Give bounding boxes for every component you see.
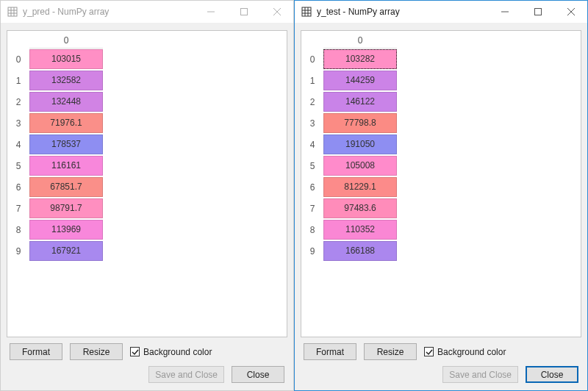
row-header[interactable]: 1 bbox=[7, 70, 29, 91]
svg-rect-15 bbox=[534, 9, 541, 15]
toolbar: Format Resize Background color bbox=[301, 337, 581, 362]
background-color-label: Background color bbox=[437, 347, 506, 357]
array-cell[interactable]: 71976.1 bbox=[29, 113, 103, 133]
array-cell[interactable]: 167921 bbox=[29, 241, 103, 261]
window-title: y_test - NumPy array bbox=[317, 7, 400, 17]
window-y-test: y_test - NumPy array 0010328211442592146… bbox=[294, 0, 588, 391]
checkmark-icon bbox=[130, 347, 140, 356]
dialog-buttons: Save and Close Close bbox=[301, 362, 581, 384]
table-row: 0103015 bbox=[7, 49, 103, 70]
close-window-button[interactable] bbox=[260, 1, 293, 23]
array-cell[interactable]: 103282 bbox=[323, 49, 397, 69]
table-row: 0103282 bbox=[301, 49, 397, 70]
table-row: 371976.1 bbox=[7, 112, 103, 134]
close-button[interactable]: Close bbox=[526, 366, 578, 383]
table-row: 797483.6 bbox=[301, 198, 397, 219]
row-header[interactable]: 0 bbox=[7, 49, 29, 70]
array-cell[interactable]: 98791.7 bbox=[29, 198, 103, 218]
row-header[interactable]: 5 bbox=[7, 155, 29, 176]
toolbar: Format Resize Background color bbox=[7, 337, 287, 362]
maximize-button[interactable] bbox=[227, 1, 260, 23]
row-header[interactable]: 7 bbox=[7, 198, 29, 219]
table-row: 377798.8 bbox=[301, 112, 397, 134]
row-header[interactable]: 3 bbox=[301, 112, 323, 134]
array-cell[interactable]: 146122 bbox=[323, 92, 397, 112]
row-header[interactable]: 3 bbox=[7, 112, 29, 134]
column-header[interactable]: 0 bbox=[29, 32, 103, 49]
window-title: y_pred - NumPy array bbox=[23, 7, 109, 17]
row-header[interactable]: 0 bbox=[301, 49, 323, 70]
close-button[interactable]: Close bbox=[232, 366, 284, 383]
row-header[interactable]: 4 bbox=[7, 134, 29, 155]
close-window-button[interactable] bbox=[554, 1, 587, 23]
row-header[interactable]: 2 bbox=[7, 91, 29, 112]
array-cell[interactable]: 116161 bbox=[29, 156, 103, 176]
titlebar[interactable]: y_test - NumPy array bbox=[295, 1, 587, 23]
array-cell[interactable]: 132582 bbox=[29, 71, 103, 90]
table-row: 4191050 bbox=[301, 134, 397, 155]
background-color-checkbox[interactable]: Background color bbox=[424, 347, 506, 357]
row-header[interactable]: 5 bbox=[301, 155, 323, 176]
row-header[interactable]: 6 bbox=[7, 176, 29, 198]
array-cell[interactable]: 105008 bbox=[323, 156, 397, 176]
dialog-buttons: Save and Close Close bbox=[7, 362, 287, 384]
table-row: 1132582 bbox=[7, 70, 103, 91]
array-cell[interactable]: 103015 bbox=[29, 49, 103, 69]
array-cell[interactable]: 97483.6 bbox=[323, 198, 397, 218]
table-row: 681229.1 bbox=[301, 176, 397, 198]
format-button[interactable]: Format bbox=[10, 343, 62, 360]
row-header[interactable]: 2 bbox=[301, 91, 323, 112]
array-cell[interactable]: 77798.8 bbox=[323, 113, 397, 133]
grid-icon bbox=[301, 6, 312, 18]
array-cell[interactable]: 113969 bbox=[29, 220, 103, 240]
array-cell[interactable]: 81229.1 bbox=[323, 177, 397, 197]
row-header[interactable]: 1 bbox=[301, 70, 323, 91]
array-cell[interactable]: 67851.7 bbox=[29, 177, 103, 197]
array-grid[interactable]: 0010328211442592146122377798.84191050510… bbox=[301, 30, 581, 337]
row-header[interactable]: 4 bbox=[301, 134, 323, 155]
row-header[interactable]: 9 bbox=[7, 240, 29, 262]
row-header[interactable]: 8 bbox=[301, 219, 323, 240]
minimize-button[interactable] bbox=[488, 1, 521, 23]
array-cell[interactable]: 166188 bbox=[323, 241, 397, 261]
background-color-checkbox[interactable]: Background color bbox=[130, 347, 212, 357]
table-row: 9167921 bbox=[7, 240, 103, 262]
table-row: 8110352 bbox=[301, 219, 397, 240]
svg-rect-6 bbox=[240, 9, 247, 15]
resize-button[interactable]: Resize bbox=[70, 343, 123, 360]
svg-rect-9 bbox=[302, 7, 311, 16]
array-cell[interactable]: 110352 bbox=[323, 220, 397, 240]
format-button[interactable]: Format bbox=[304, 343, 356, 360]
table-row: 4178537 bbox=[7, 134, 103, 155]
resize-button[interactable]: Resize bbox=[364, 343, 417, 360]
row-header[interactable]: 7 bbox=[301, 198, 323, 219]
window-y-pred: y_pred - NumPy array 0010301511325822132… bbox=[0, 0, 294, 391]
checkmark-icon bbox=[424, 347, 434, 356]
maximize-button[interactable] bbox=[521, 1, 554, 23]
background-color-label: Background color bbox=[143, 347, 212, 357]
table-row: 1144259 bbox=[301, 70, 397, 91]
row-header[interactable]: 9 bbox=[301, 240, 323, 262]
table-row: 5116161 bbox=[7, 155, 103, 176]
array-cell[interactable]: 191050 bbox=[323, 134, 397, 154]
column-header[interactable]: 0 bbox=[323, 32, 397, 49]
row-header[interactable]: 8 bbox=[7, 219, 29, 240]
grid-icon bbox=[7, 6, 18, 18]
table-row: 5105008 bbox=[301, 155, 397, 176]
svg-rect-0 bbox=[8, 7, 17, 16]
save-and-close-button: Save and Close bbox=[442, 366, 518, 383]
array-cell[interactable]: 132448 bbox=[29, 92, 103, 112]
array-cell[interactable]: 144259 bbox=[323, 71, 397, 90]
row-header[interactable]: 6 bbox=[301, 176, 323, 198]
table-row: 798791.7 bbox=[7, 198, 103, 219]
table-row: 8113969 bbox=[7, 219, 103, 240]
array-cell[interactable]: 178537 bbox=[29, 134, 103, 154]
minimize-button[interactable] bbox=[194, 1, 227, 23]
save-and-close-button: Save and Close bbox=[148, 366, 224, 383]
table-row: 667851.7 bbox=[7, 176, 103, 198]
table-row: 9166188 bbox=[301, 240, 397, 262]
array-grid[interactable]: 0010301511325822132448371976.14178537511… bbox=[7, 30, 287, 337]
client-area: 0010328211442592146122377798.84191050510… bbox=[295, 23, 587, 390]
table-row: 2132448 bbox=[7, 91, 103, 112]
titlebar[interactable]: y_pred - NumPy array bbox=[1, 1, 293, 23]
